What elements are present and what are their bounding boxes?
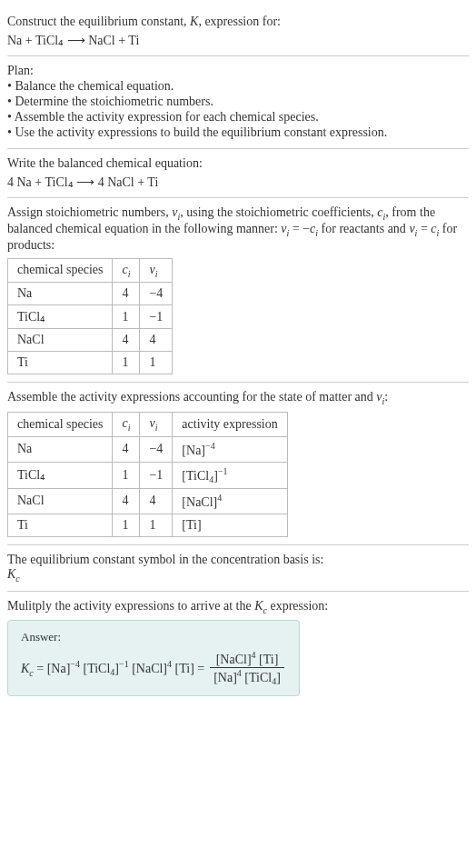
cell-species: Na xyxy=(8,283,113,305)
table-row: NaCl 4 4 [NaCl]4 xyxy=(8,489,288,514)
cell-vi: −1 xyxy=(140,462,173,488)
answer-lhs: Kc = [Na]−4 [TiCl4]−1 [NaCl]4 [Ti] = xyxy=(21,659,204,677)
cell-vi: 4 xyxy=(140,489,173,514)
assemble-section: Assemble the activity expressions accoun… xyxy=(7,383,469,544)
table-header-row: chemical species ci νi activity expressi… xyxy=(8,413,288,437)
intro-equation: Na + TiCl₄ ⟶ NaCl + Ti xyxy=(7,33,469,48)
cell-ci: 1 xyxy=(113,462,140,488)
cell-activity: [TiCl4]−1 xyxy=(173,462,287,488)
plan-item-1: • Balance the chemical equation. xyxy=(7,79,469,94)
cell-vi: −1 xyxy=(140,305,173,329)
table-row: Na 4 −4 xyxy=(8,283,173,305)
balanced-text: Write the balanced chemical equation: xyxy=(7,156,469,171)
plan-heading: Plan: xyxy=(7,64,469,78)
cell-species: Ti xyxy=(8,352,113,374)
col-activity: activity expression xyxy=(173,413,287,437)
plan-item-4: • Use the activity expressions to build … xyxy=(7,125,469,140)
col-ci: ci xyxy=(113,258,140,283)
cell-vi: 4 xyxy=(140,329,173,352)
symbol-section: The equilibrium constant symbol in the c… xyxy=(7,545,469,592)
cell-ci: 1 xyxy=(113,514,140,536)
cell-activity: [NaCl]4 xyxy=(173,489,287,514)
cell-vi: −4 xyxy=(140,283,173,305)
multiply-section: Mulitply the activity expressions to arr… xyxy=(7,592,469,704)
cell-vi: 1 xyxy=(140,352,173,374)
cell-ci: 1 xyxy=(113,305,140,329)
table-header-row: chemical species ci νi xyxy=(8,258,173,283)
col-vi: νi xyxy=(140,413,173,437)
col-vi: νi xyxy=(140,258,173,283)
table-row: TiCl₄ 1 −1 [TiCl4]−1 xyxy=(8,462,288,488)
cell-species: NaCl xyxy=(8,489,113,514)
cell-ci: 4 xyxy=(113,489,140,514)
intro-text: Construct the equilibrium constant, K, e… xyxy=(7,15,469,29)
table-row: NaCl 4 4 xyxy=(8,329,173,352)
cell-vi: 1 xyxy=(140,514,173,536)
cell-species: TiCl₄ xyxy=(8,462,113,488)
multiply-text: Mulitply the activity expressions to arr… xyxy=(7,599,469,615)
balanced-section: Write the balanced chemical equation: 4 … xyxy=(7,149,469,198)
col-ci: ci xyxy=(113,413,140,437)
plan-item-3: • Assemble the activity expression for e… xyxy=(7,110,469,125)
assign-text: Assign stoichiometric numbers, νi, using… xyxy=(7,205,469,253)
cell-ci: 1 xyxy=(113,352,140,374)
plan-item-2: • Determine the stoichiometric numbers. xyxy=(7,95,469,109)
symbol-text: The equilibrium constant symbol in the c… xyxy=(7,553,469,567)
cell-species: Na xyxy=(8,436,113,462)
balanced-equation: 4 Na + TiCl₄ ⟶ 4 NaCl + Ti xyxy=(7,175,469,190)
cell-activity: [Ti] xyxy=(173,514,287,536)
assemble-text: Assemble the activity expressions accoun… xyxy=(7,390,469,406)
cell-activity: [Na]−4 xyxy=(173,436,287,462)
cell-ci: 4 xyxy=(113,283,140,305)
answer-box: Answer: Kc = [Na]−4 [TiCl4]−1 [NaCl]4 [T… xyxy=(7,620,300,696)
cell-species: TiCl₄ xyxy=(8,305,113,329)
fraction-denominator: [Na]4 [TiCl4] xyxy=(210,668,284,686)
cell-ci: 4 xyxy=(113,329,140,352)
answer-equation: Kc = [Na]−4 [TiCl4]−1 [NaCl]4 [Ti] = [Na… xyxy=(21,650,286,686)
col-species: chemical species xyxy=(8,258,113,283)
activity-table: chemical species ci νi activity expressi… xyxy=(7,412,288,537)
table-row: Na 4 −4 [Na]−4 xyxy=(8,436,288,462)
stoich-table: chemical species ci νi Na 4 −4 TiCl₄ 1 −… xyxy=(7,258,173,375)
answer-label: Answer: xyxy=(21,630,286,644)
table-row: TiCl₄ 1 −1 xyxy=(8,305,173,329)
cell-ci: 4 xyxy=(113,436,140,462)
fraction-numerator: [NaCl]4 [Ti] xyxy=(210,650,284,668)
table-row: Ti 1 1 xyxy=(8,352,173,374)
table-row: Ti 1 1 [Ti] xyxy=(8,514,288,536)
cell-species: Ti xyxy=(8,514,113,536)
cell-species: NaCl xyxy=(8,329,113,352)
cell-vi: −4 xyxy=(140,436,173,462)
assign-section: Assign stoichiometric numbers, νi, using… xyxy=(7,198,469,383)
answer-fraction: [NaCl]4 [Ti] [Na]4 [TiCl4] xyxy=(210,650,284,686)
intro-section: Construct the equilibrium constant, K, e… xyxy=(7,7,469,56)
col-species: chemical species xyxy=(8,413,113,437)
kc-symbol: Kc xyxy=(7,567,469,584)
plan-section: Plan: • Balance the chemical equation. •… xyxy=(7,56,469,149)
